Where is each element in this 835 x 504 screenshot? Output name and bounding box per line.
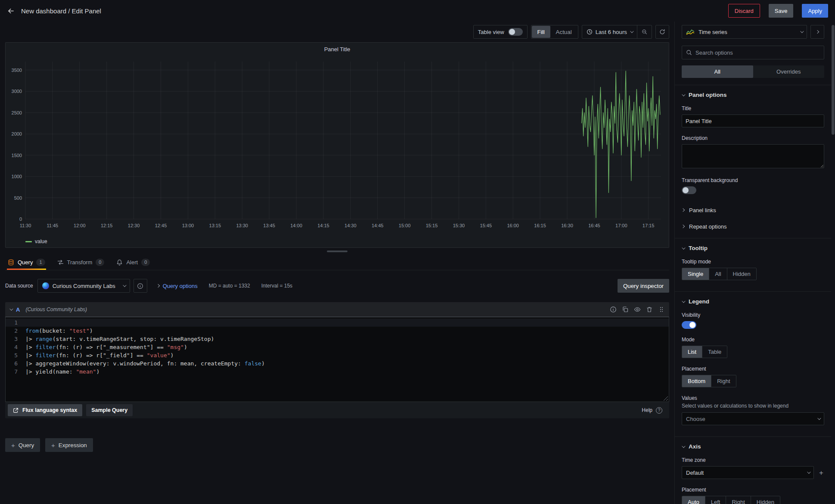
timezone-label: Time zone	[682, 457, 824, 463]
datasource-picker[interactable]: Curious Community Labs	[37, 279, 130, 293]
table-view-control: Table view	[473, 25, 528, 39]
flux-syntax-label: Flux language syntax	[22, 407, 77, 413]
refresh-button[interactable]	[655, 25, 669, 39]
panel-links-section[interactable]: Panel links	[682, 202, 824, 218]
save-button[interactable]: Save	[769, 4, 794, 18]
legend-visibility-toggle[interactable]	[682, 321, 696, 329]
alert-count-badge: 0	[141, 259, 150, 266]
chevron-right-icon	[681, 225, 685, 228]
pane-resizer[interactable]	[5, 248, 669, 255]
transparent-bg-label: Transparent background	[682, 177, 824, 183]
fill-button[interactable]: Fill	[532, 26, 550, 38]
apply-button[interactable]: Apply	[802, 4, 828, 18]
time-series-icon	[686, 29, 695, 35]
panel-title-input[interactable]	[682, 114, 824, 127]
svg-text:17:00: 17:00	[615, 223, 627, 228]
query-options-toggle[interactable]: Query options	[157, 283, 198, 289]
select-placeholder: Choose	[686, 416, 705, 422]
svg-text:13:15: 13:15	[209, 223, 221, 228]
query-info-icon[interactable]	[610, 306, 617, 313]
visibility-label: Visibility	[682, 312, 824, 318]
section-axis: Axis Time zone Default + Placement	[682, 436, 824, 504]
table-view-toggle[interactable]	[508, 28, 523, 36]
chart-legend[interactable]: value	[6, 236, 669, 247]
svg-text:13:45: 13:45	[263, 223, 275, 228]
discard-button[interactable]: Discard	[728, 4, 760, 18]
panel-title: Panel Title	[6, 43, 669, 56]
timezone-select[interactable]: Default	[682, 466, 814, 479]
tooltip-mode-hidden[interactable]: Hidden	[727, 268, 756, 280]
legend-placement-bottom[interactable]: Bottom	[682, 375, 711, 387]
add-query-button[interactable]: + Query	[5, 438, 40, 452]
help-link[interactable]: Help ?	[642, 407, 667, 414]
tab-query[interactable]: Query 1	[7, 255, 46, 270]
datasource-name: Curious Community Labs	[53, 283, 115, 289]
panel-toolbar: Table view Fill Actual Last 6 hours	[5, 22, 669, 42]
actual-button[interactable]: Actual	[550, 26, 577, 38]
transform-count-badge: 0	[96, 259, 104, 266]
query-inspector-button[interactable]: Query inspector	[618, 279, 669, 293]
query-row-actions	[610, 306, 665, 313]
time-series-chart[interactable]: 050010001500200025003000350011:3011:4512…	[6, 56, 668, 236]
panel-options-header[interactable]: Panel options	[675, 85, 831, 105]
page-scrollbar[interactable]	[831, 22, 835, 504]
axis-placement-right[interactable]: Right	[726, 496, 750, 504]
delete-query-icon[interactable]	[646, 306, 653, 313]
axis-header[interactable]: Axis	[675, 436, 831, 456]
svg-text:0: 0	[19, 216, 22, 222]
svg-text:500: 500	[14, 195, 22, 201]
flux-syntax-button[interactable]: Flux language syntax	[8, 404, 82, 416]
legend-mode-table[interactable]: Table	[702, 346, 727, 358]
tab-alert[interactable]: Alert 0	[115, 255, 151, 270]
legend-values-select[interactable]: Choose	[682, 412, 824, 425]
visualization-picker[interactable]: Time series	[682, 25, 807, 39]
tab-overrides[interactable]: Overrides	[753, 65, 825, 78]
transparent-bg-toggle[interactable]	[682, 186, 696, 194]
hide-query-icon[interactable]	[634, 306, 641, 313]
tab-transform[interactable]: Transform 0	[56, 255, 106, 270]
tooltip-mode-single[interactable]: Single	[682, 268, 709, 280]
viz-picker-row: Time series	[675, 25, 831, 39]
tab-all[interactable]: All	[682, 65, 753, 78]
legend-placement-right[interactable]: Right	[711, 375, 736, 387]
axis-placement-left[interactable]: Left	[705, 496, 726, 504]
legend-swatch	[25, 241, 32, 242]
flux-code-editor[interactable]: 12from(bucket: "test")3 |> range(start: …	[5, 317, 669, 402]
datasource-help-button[interactable]	[133, 279, 147, 293]
zoom-out-button[interactable]	[637, 25, 652, 38]
chevron-down-icon	[807, 470, 810, 473]
fill-actual-group: Fill Actual	[531, 25, 578, 39]
duplicate-query-icon[interactable]	[622, 306, 629, 313]
editor-resize-corner[interactable]	[662, 395, 668, 401]
search-input[interactable]	[695, 49, 820, 56]
tooltip-header[interactable]: Tooltip	[675, 238, 831, 258]
options-sidebar: Time series All Overrides Panel options	[675, 22, 831, 504]
tooltip-mode-all[interactable]: All	[709, 268, 726, 280]
repeat-options-section[interactable]: Repeat options	[682, 218, 824, 235]
scrollbar-thumb[interactable]	[832, 25, 835, 135]
add-timezone-button[interactable]: +	[818, 468, 824, 477]
panel-links-label: Panel links	[689, 207, 716, 213]
chevron-right-icon	[816, 30, 819, 34]
query-row-header[interactable]: A (Curious Community Labs)	[5, 302, 669, 317]
legend-mode-list[interactable]: List	[682, 346, 702, 358]
title-label: Title	[682, 105, 824, 111]
description-input[interactable]	[682, 144, 824, 168]
add-expression-button[interactable]: + Expression	[45, 438, 93, 452]
legend-header[interactable]: Legend	[675, 291, 831, 311]
svg-text:15:15: 15:15	[426, 223, 438, 228]
axis-placement-hidden[interactable]: Hidden	[751, 496, 780, 504]
arrow-left-icon	[7, 7, 15, 15]
tab-transform-label: Transform	[67, 259, 93, 266]
tooltip-mode-group: Single All Hidden	[682, 268, 757, 280]
collapse-options-button[interactable]	[810, 25, 824, 39]
question-circle-icon: ?	[656, 407, 662, 414]
svg-text:15:00: 15:00	[399, 223, 411, 228]
drag-handle-icon[interactable]	[658, 306, 665, 313]
axis-placement-auto[interactable]: Auto	[682, 496, 705, 504]
back-button[interactable]	[7, 7, 15, 15]
svg-text:12:15: 12:15	[101, 223, 113, 228]
collapse-query-icon[interactable]	[9, 307, 13, 310]
time-range-picker[interactable]: Last 6 hours	[582, 25, 637, 38]
sample-query-button[interactable]: Sample Query	[86, 404, 133, 416]
